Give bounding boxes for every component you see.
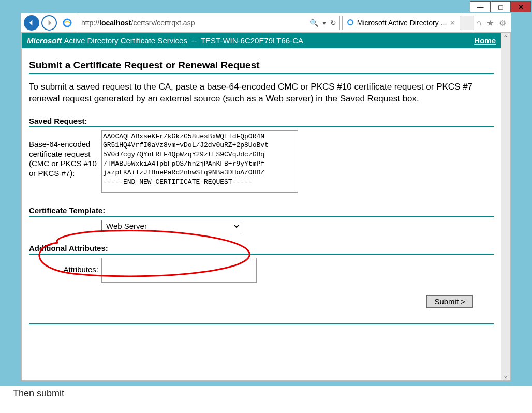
title-rule	[29, 73, 494, 74]
certificate-template-select[interactable]: Web Server	[101, 220, 241, 232]
tab-close-button[interactable]: ✕	[450, 19, 455, 27]
saved-request-textarea[interactable]: AAOCAQEABxseKFr/kGkzG58uesBxWQEIdFQpOR4N…	[101, 130, 298, 193]
ie-tab-icon	[347, 19, 354, 27]
submit-button[interactable]: Submit >	[426, 295, 473, 308]
certificate-template-heading: Certificate Template:	[29, 206, 494, 215]
nav-back-button[interactable]	[24, 15, 39, 31]
banner-brand: Microsoft	[27, 36, 62, 45]
additional-attributes-heading: Additional Attributes:	[29, 244, 494, 253]
refresh-icon[interactable]: ↻	[330, 19, 336, 27]
url-text: http://localhost/certsrv/certrqxt.asp	[81, 19, 309, 27]
browser-tab[interactable]: Microsoft Active Directory ... ✕	[342, 16, 460, 30]
new-tab-button[interactable]	[460, 16, 474, 30]
arrow-left-icon	[28, 19, 35, 26]
page-title: Submit a Certificate Request or Renewal …	[29, 60, 494, 71]
settings-gear-icon[interactable]: ⚙	[499, 18, 506, 28]
home-link[interactable]: Home	[474, 36, 496, 45]
attributes-field-label: Attributes:	[29, 258, 98, 274]
page-banner: Microsoft Active Directory Certificate S…	[22, 33, 501, 48]
nav-forward-button[interactable]	[41, 15, 57, 31]
bottom-rule	[29, 323, 494, 325]
arrow-right-icon	[46, 19, 53, 26]
saved-request-field-label: Base-64-encoded certificate request (CMC…	[29, 130, 98, 179]
svg-point-1	[348, 20, 353, 25]
window-minimize-button[interactable]: —	[470, 1, 491, 12]
address-bar[interactable]: http://localhost/certsrv/certrqxt.asp 🔍 …	[78, 16, 340, 30]
saved-request-heading: Saved Request:	[29, 116, 494, 125]
url-dropdown-icon[interactable]: ▾	[322, 19, 326, 27]
banner-separator: --	[191, 36, 197, 45]
caption-below-window: Then submit	[13, 388, 64, 399]
window-maximize-button[interactable]: ◻	[490, 1, 511, 12]
ie-logo-icon	[62, 18, 72, 28]
banner-ca-name: TEST-WIN-6C20E79LT66-CA	[201, 36, 303, 45]
search-icon[interactable]: 🔍	[309, 19, 318, 27]
attributes-textarea[interactable]	[101, 258, 257, 283]
scroll-up-icon[interactable]: ⌃	[503, 34, 508, 41]
vertical-scrollbar[interactable]: ⌃ ⌄	[501, 33, 510, 380]
additional-attributes-rule	[29, 254, 494, 255]
banner-product: Active Directory Certificate Services	[64, 36, 187, 45]
favorites-icon[interactable]: ★	[486, 18, 494, 28]
scroll-down-icon[interactable]: ⌄	[503, 372, 508, 379]
instructions-text: To submit a saved request to the CA, pas…	[29, 81, 494, 105]
window-close-button[interactable]: ✕	[510, 1, 531, 12]
tab-title: Microsoft Active Directory ...	[357, 19, 447, 27]
saved-request-rule	[29, 126, 494, 127]
home-icon[interactable]: ⌂	[476, 18, 481, 27]
certificate-template-rule	[29, 216, 494, 217]
